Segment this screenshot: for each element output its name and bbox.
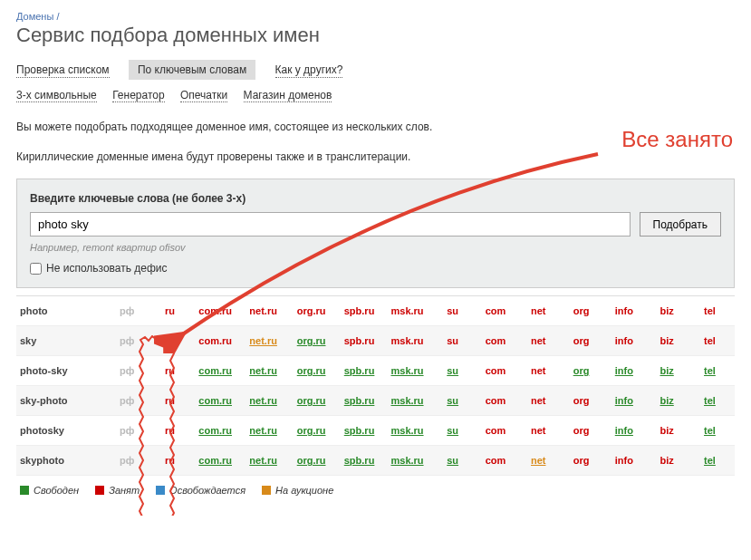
zone-cell[interactable]: net.ru [239, 455, 287, 466]
search-hint: Например, remont квартир ofisov [30, 242, 721, 253]
zone-cell[interactable]: msk.ru [383, 425, 431, 436]
zone-cell: рф [106, 365, 149, 376]
hyphen-checkbox-label: Не использовать дефис [46, 262, 168, 275]
zone-cell[interactable]: spb.ru [335, 365, 383, 376]
zone-cell: ru [149, 305, 191, 316]
zone-cell: net [517, 365, 560, 376]
zone-cell: org [560, 455, 602, 466]
zone-cell[interactable]: biz [646, 365, 688, 376]
zone-cell: msk.ru [383, 305, 431, 316]
zone-cell[interactable]: info [602, 425, 645, 436]
zone-cell[interactable]: com.ru [191, 455, 239, 466]
zone-cell: org [560, 425, 602, 436]
zone-cell: рф [106, 395, 149, 406]
tab-keywords[interactable]: По ключевым словам [129, 60, 255, 80]
zone-cell: net [517, 425, 560, 436]
zone-cell[interactable]: msk.ru [383, 365, 431, 376]
zone-cell: biz [646, 305, 688, 316]
result-row: photoрфrucom.runet.ruorg.ruspb.rumsk.rus… [16, 296, 735, 326]
zone-cell[interactable]: tel [688, 455, 731, 466]
tabs-primary: Проверка списком По ключевым словам Как … [16, 60, 735, 80]
zone-cell[interactable]: info [602, 365, 645, 376]
result-row: skyрфrucom.runet.ruorg.ruspb.rumsk.rusuc… [16, 326, 735, 356]
zone-cell: ru [149, 425, 191, 436]
zone-cell[interactable]: net [517, 455, 560, 466]
zone-cell[interactable]: tel [688, 365, 731, 376]
zone-cell: biz [646, 455, 688, 466]
zone-cell[interactable]: net.ru [239, 365, 287, 376]
zone-cell: com [474, 305, 516, 316]
zone-cell[interactable]: net.ru [239, 335, 287, 346]
zone-cell: ru [149, 455, 191, 466]
breadcrumb-sep: / [56, 11, 59, 22]
zone-cell[interactable]: su [431, 365, 474, 376]
search-panel: Введите ключевые слова (не более 3-х) По… [16, 179, 735, 288]
zone-cell[interactable]: spb.ru [335, 425, 383, 436]
zone-cell[interactable]: com.ru [191, 395, 239, 406]
result-keyword: sky-photo [20, 395, 106, 406]
zone-cell: рф [106, 425, 149, 436]
zone-cell: com [474, 395, 516, 406]
legend: Свободен Занят Освобождается На аукционе [16, 476, 735, 505]
subtab-market[interactable]: Магазин доменов [244, 89, 332, 102]
zone-cell[interactable]: su [431, 395, 474, 406]
zone-cell[interactable]: org.ru [287, 455, 335, 466]
result-row: skyphotoрфrucom.runet.ruorg.ruspb.rumsk.… [16, 446, 735, 476]
zone-cell[interactable]: tel [688, 395, 731, 406]
hyphen-checkbox-row[interactable]: Не использовать дефис [30, 262, 721, 275]
zone-cell[interactable]: org.ru [287, 365, 335, 376]
legend-free: Свободен [20, 485, 79, 496]
zone-cell: biz [646, 425, 688, 436]
zone-cell: org [560, 305, 602, 316]
subtab-typos[interactable]: Опечатки [180, 89, 227, 102]
zone-cell[interactable]: biz [646, 395, 688, 406]
zone-cell: com [474, 455, 516, 466]
zone-cell: com.ru [191, 305, 239, 316]
zone-cell: su [431, 335, 474, 346]
tab-like-others[interactable]: Как у других? [275, 63, 343, 78]
zone-cell[interactable]: tel [688, 425, 731, 436]
submit-button[interactable]: Подобрать [640, 212, 721, 237]
search-label: Введите ключевые слова (не более 3-х) [30, 192, 721, 205]
zone-cell[interactable]: spb.ru [335, 455, 383, 466]
zone-cell: info [602, 335, 645, 346]
zone-cell: info [602, 455, 645, 466]
zone-cell[interactable]: su [431, 425, 474, 436]
breadcrumb-link[interactable]: Домены [16, 11, 53, 22]
zone-cell: tel [688, 305, 731, 316]
zone-cell[interactable]: org [560, 365, 602, 376]
zone-cell[interactable]: org.ru [287, 395, 335, 406]
zone-cell[interactable]: com.ru [191, 365, 239, 376]
keywords-input[interactable] [30, 212, 631, 237]
zone-cell: spb.ru [335, 305, 383, 316]
zone-cell: net [517, 305, 560, 316]
zone-cell: tel [688, 335, 731, 346]
tab-list-check[interactable]: Проверка списком [16, 63, 110, 78]
zone-cell[interactable]: msk.ru [383, 395, 431, 406]
result-keyword: photo [20, 305, 106, 316]
result-row: photo-skyрфrucom.runet.ruorg.ruspb.rumsk… [16, 356, 735, 386]
result-keyword: photo-sky [20, 365, 106, 376]
zone-cell[interactable]: info [602, 395, 645, 406]
zone-cell[interactable]: msk.ru [383, 455, 431, 466]
zone-cell[interactable]: net.ru [239, 395, 287, 406]
zone-cell: com.ru [191, 335, 239, 346]
zone-cell[interactable]: net.ru [239, 425, 287, 436]
result-keyword: photosky [20, 425, 106, 436]
result-keyword: skyphoto [20, 455, 106, 466]
zone-cell: ru [149, 365, 191, 376]
zone-cell: msk.ru [383, 335, 431, 346]
zone-cell[interactable]: org.ru [287, 335, 335, 346]
results-table: photoрфrucom.runet.ruorg.ruspb.rumsk.rus… [16, 295, 735, 476]
zone-cell[interactable]: org.ru [287, 425, 335, 436]
page-title: Сервис подбора доменных имен [16, 24, 735, 47]
zone-cell: spb.ru [335, 335, 383, 346]
zone-cell: рф [106, 335, 149, 346]
hyphen-checkbox[interactable] [30, 263, 42, 275]
subtab-3char[interactable]: 3-х символьные [16, 89, 97, 102]
zone-cell[interactable]: su [431, 455, 474, 466]
zone-cell: org [560, 395, 602, 406]
zone-cell[interactable]: com.ru [191, 425, 239, 436]
zone-cell[interactable]: spb.ru [335, 395, 383, 406]
subtab-generator[interactable]: Генератор [112, 89, 164, 102]
